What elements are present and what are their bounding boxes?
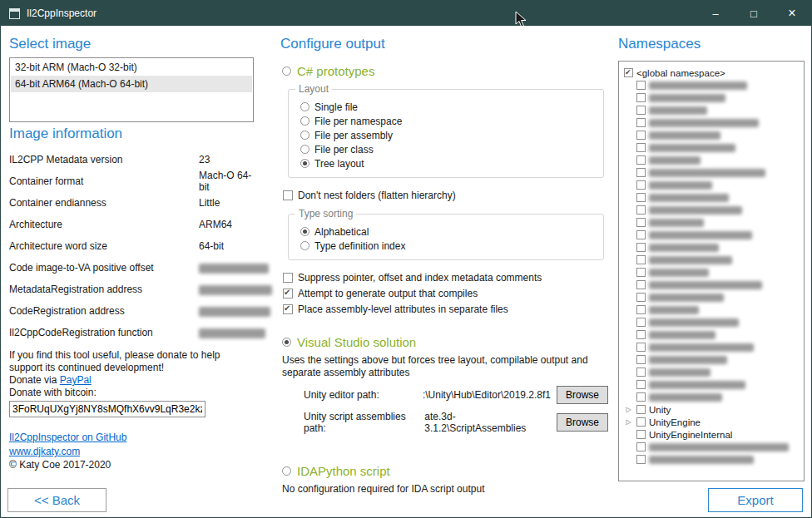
checkbox-icon xyxy=(636,143,646,152)
checkbox-icon xyxy=(636,355,646,364)
image-list-item[interactable]: 32-bit ARM (Mach-O 32-bit) xyxy=(11,59,252,76)
checkbox-icon xyxy=(636,405,646,414)
namespace-item[interactable] xyxy=(624,166,801,179)
redacted-text xyxy=(649,306,699,314)
checkbox-icon xyxy=(636,168,646,177)
checkbox-icon xyxy=(283,273,293,283)
namespace-item[interactable] xyxy=(624,279,801,291)
namespace-item[interactable]: ▷UnityEngine xyxy=(624,416,801,428)
expander-icon[interactable]: ▷ xyxy=(624,416,633,428)
namespace-item[interactable] xyxy=(624,353,801,366)
checkbox-icon xyxy=(636,417,646,427)
output-checkbox[interactable]: Place assembly-level attributes in separ… xyxy=(283,303,608,315)
back-button[interactable]: << Back xyxy=(7,488,106,512)
bitcoin-address-input[interactable] xyxy=(9,401,205,417)
namespace-item[interactable] xyxy=(624,241,801,254)
namespace-item[interactable] xyxy=(624,104,801,116)
browse-editor-button[interactable]: Browse xyxy=(557,386,608,404)
redacted-text xyxy=(199,328,265,338)
info-label: MetadataRegistration address xyxy=(9,284,199,295)
namespace-item[interactable] xyxy=(624,316,801,328)
namespace-item[interactable]: UnityEngineInternal xyxy=(624,428,801,441)
redacted-text xyxy=(649,231,752,239)
radio-icon xyxy=(300,116,309,126)
info-value: ARM64 xyxy=(199,219,254,230)
radio-option-label: Alphabetical xyxy=(314,226,369,238)
redacted-text xyxy=(649,256,732,264)
redacted-text xyxy=(649,381,745,389)
redacted-text xyxy=(199,264,269,274)
namespace-item[interactable] xyxy=(624,254,801,266)
browse-script-button[interactable]: Browse xyxy=(557,413,608,432)
namespace-item[interactable] xyxy=(624,216,801,229)
namespace-item[interactable] xyxy=(624,341,801,353)
select-image-heading: Select image xyxy=(9,36,254,52)
namespace-item[interactable] xyxy=(624,328,801,341)
checkbox-icon xyxy=(283,289,293,298)
redacted-text xyxy=(649,144,735,152)
namespace-item[interactable] xyxy=(624,391,801,403)
radio-option[interactable]: File per class xyxy=(300,142,595,156)
namespace-item[interactable]: ▷Unity xyxy=(624,403,801,416)
namespace-list[interactable]: <global namespace>▷Unity▷UnityEngineUnit… xyxy=(618,61,805,481)
export-button[interactable]: Export xyxy=(708,488,803,512)
namespace-item[interactable] xyxy=(624,116,801,129)
idapython-radio[interactable]: IDAPython script xyxy=(282,464,608,478)
info-value: 23 xyxy=(199,154,254,165)
namespace-item[interactable] xyxy=(624,366,801,378)
close-button[interactable]: × xyxy=(773,1,811,26)
redacted-text xyxy=(649,131,720,140)
maximize-button[interactable]: □ xyxy=(735,1,773,26)
namespace-item[interactable] xyxy=(624,79,801,91)
radio-option[interactable]: Single file xyxy=(300,100,595,114)
output-checkbox[interactable]: Attempt to generate output that compiles xyxy=(283,288,608,299)
namespace-item[interactable]: <global namespace> xyxy=(624,67,801,79)
csharp-prototypes-label: C# prototypes xyxy=(297,64,374,78)
namespace-label: UnityEngineInternal xyxy=(649,430,732,440)
redacted-text xyxy=(199,307,270,317)
visual-studio-radio[interactable]: Visual Studio solution xyxy=(282,335,608,349)
namespace-item[interactable] xyxy=(624,378,801,391)
website-link[interactable]: www.djkaty.com xyxy=(9,446,80,457)
image-list-item[interactable]: 64-bit ARM64 (Mach-O 64-bit) xyxy=(11,76,252,92)
radio-option[interactable]: Alphabetical xyxy=(300,224,595,239)
info-label: Il2CppCodeRegistration function xyxy=(9,327,199,338)
redacted-text xyxy=(649,156,701,165)
flatten-checkbox[interactable]: Don't nest folders (flatten hierarchy) xyxy=(283,190,608,201)
csharp-prototypes-radio[interactable]: C# prototypes xyxy=(282,64,608,78)
namespace-item[interactable] xyxy=(624,453,801,466)
namespace-item[interactable] xyxy=(624,129,801,141)
namespace-item[interactable] xyxy=(624,303,801,316)
info-row: Il2CppCodeRegistration function xyxy=(9,322,254,343)
image-list[interactable]: 32-bit ARM (Mach-O 32-bit)64-bit ARM64 (… xyxy=(9,57,254,122)
checkbox-icon xyxy=(636,318,646,327)
namespace-item[interactable] xyxy=(624,154,801,166)
radio-option[interactable]: File per namespace xyxy=(300,114,595,128)
output-checkbox[interactable]: Suppress pointer, offset and index metad… xyxy=(283,272,608,284)
checkbox-icon xyxy=(636,155,646,165)
namespace-item[interactable] xyxy=(624,191,801,204)
namespace-item[interactable] xyxy=(624,179,801,191)
namespace-item[interactable] xyxy=(624,266,801,279)
namespace-item[interactable] xyxy=(624,229,801,241)
radio-option[interactable]: Type definition index xyxy=(300,239,595,253)
info-value: Mach-O 64-bit xyxy=(199,170,254,193)
radio-option[interactable]: Tree layout xyxy=(300,156,595,170)
namespace-item[interactable] xyxy=(624,141,801,154)
type-sorting-groupbox: Type sorting AlphabeticalType definition… xyxy=(288,214,604,260)
namespace-item[interactable] xyxy=(624,91,801,104)
checkbox-icon xyxy=(636,305,646,314)
expander-icon[interactable]: ▷ xyxy=(624,403,633,416)
github-link[interactable]: Il2CppInspector on GitHub xyxy=(9,432,126,443)
namespace-item[interactable] xyxy=(624,291,801,303)
namespace-item[interactable] xyxy=(624,204,801,216)
info-label: Code image-to-VA positive offset xyxy=(9,262,199,274)
layout-group-label: Layout xyxy=(295,83,332,95)
paypal-link[interactable]: PayPal xyxy=(60,374,92,386)
namespace-item[interactable] xyxy=(624,441,801,453)
radio-option[interactable]: File per assembly xyxy=(300,128,595,142)
redacted-text xyxy=(649,94,725,102)
redacted-text xyxy=(649,318,739,327)
minimize-button[interactable]: – xyxy=(696,1,735,26)
namespace-label: Unity xyxy=(649,405,671,415)
